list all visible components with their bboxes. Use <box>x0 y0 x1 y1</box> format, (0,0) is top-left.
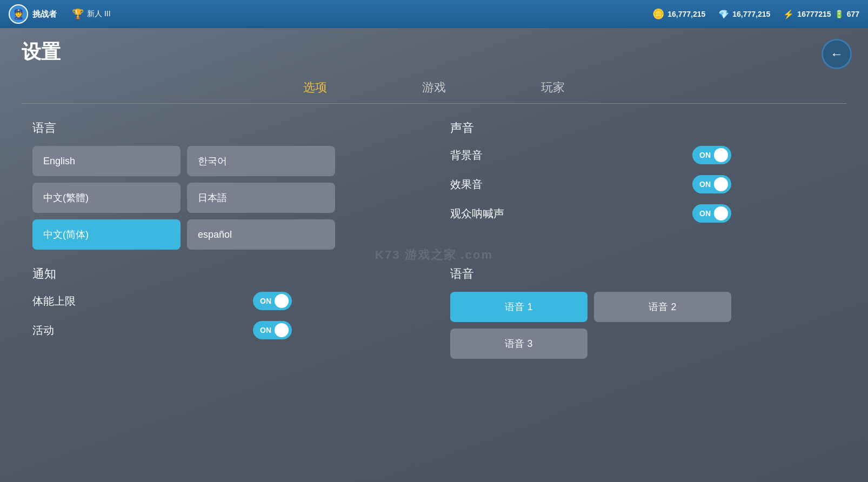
lang-simplified-chinese[interactable]: 中文(简体) <box>32 219 181 250</box>
diamond-display: 💎 16,777,215 <box>718 9 770 19</box>
voice-3-btn[interactable]: 语音 3 <box>450 329 587 359</box>
lightning-icon: ⚡ <box>783 9 794 19</box>
page-title: 设置 <box>22 39 846 65</box>
sound-section: 声音 背景音 ON 效果音 ON 观众呐喊声 <box>450 120 836 250</box>
voice-section: 语音 语音 1 语音 2 语音 3 <box>450 266 836 359</box>
notif-activity-label: 活动 <box>32 323 54 338</box>
notif-row-activity: 活动 ON <box>32 321 292 339</box>
lang-spanish[interactable]: español <box>187 219 335 250</box>
currency-display: 🪙 16,777,215 💎 16,777,215 ⚡ 16777215 🔋 6… <box>652 8 859 20</box>
lang-english[interactable]: English <box>32 146 181 176</box>
lang-traditional-chinese[interactable]: 中文(繁體) <box>32 183 181 213</box>
voice-1-btn[interactable]: 语音 1 <box>450 292 587 322</box>
main-content: 设置 ← 选项 游戏 玩家 语言 English 한국어 中文(繁體) 日本語 … <box>0 28 868 482</box>
topbar: 👮 挑战者 🏆 新人 III 🪙 16,777,215 💎 16,777,215… <box>0 0 868 28</box>
sound-bg-toggle-text: ON <box>699 151 711 159</box>
notif-stamina-label: 体能上限 <box>32 294 76 309</box>
sound-fx-toggle-knob <box>714 177 728 191</box>
rank-icon: 🏆 <box>72 8 84 20</box>
sound-bg-toggle-knob <box>714 148 728 162</box>
language-section: 语言 English 한국어 中文(繁體) 日本語 中文(简体) español <box>32 120 418 250</box>
lang-korean[interactable]: 한국어 <box>187 146 335 176</box>
tab-game[interactable]: 游戏 <box>375 76 493 99</box>
language-grid: English 한국어 中文(繁體) 日本語 中文(简体) español <box>32 146 335 250</box>
notification-rows: 体能上限 ON 活动 ON <box>32 292 418 339</box>
energy-value: 677 <box>847 10 859 18</box>
notif-stamina-toggle-text: ON <box>260 297 271 305</box>
lightning-value: 16777215 <box>797 10 831 18</box>
language-section-title: 语言 <box>32 120 418 136</box>
notif-activity-toggle-text: ON <box>260 326 271 334</box>
sound-row-bg: 背景音 ON <box>450 146 731 164</box>
sound-fx-toggle[interactable]: ON <box>692 175 731 193</box>
notif-stamina-toggle-knob <box>275 294 289 308</box>
settings-grid: 语言 English 한국어 中文(繁體) 日本語 中文(简体) español… <box>22 120 846 359</box>
sound-crowd-toggle[interactable]: ON <box>692 204 731 223</box>
sound-rows: 背景音 ON 效果音 ON 观众呐喊声 ON <box>450 146 836 223</box>
coin-icon: 🪙 <box>652 8 664 20</box>
sound-bg-label: 背景音 <box>450 148 483 163</box>
coin-display: 🪙 16,777,215 <box>652 8 705 20</box>
avatar: 👮 <box>9 4 28 24</box>
notif-activity-toggle[interactable]: ON <box>253 321 292 339</box>
sound-fx-label: 效果音 <box>450 177 483 192</box>
sound-fx-toggle-text: ON <box>699 180 711 189</box>
notification-section-title: 通知 <box>32 266 418 282</box>
notif-stamina-toggle[interactable]: ON <box>253 292 292 310</box>
player-name: 挑战者 <box>32 9 57 19</box>
sound-row-crowd: 观众呐喊声 ON <box>450 204 731 223</box>
lang-japanese[interactable]: 日本語 <box>187 183 335 213</box>
sound-row-fx: 效果音 ON <box>450 175 731 193</box>
voice-section-title: 语音 <box>450 266 836 282</box>
notif-activity-toggle-knob <box>275 323 289 337</box>
sound-crowd-toggle-knob <box>714 206 728 220</box>
sound-crowd-toggle-text: ON <box>699 209 711 218</box>
sound-bg-toggle[interactable]: ON <box>692 146 731 164</box>
coin-value: 16,777,215 <box>667 10 705 18</box>
tabs: 选项 游戏 玩家 <box>22 76 846 104</box>
diamond-value: 16,777,215 <box>732 10 770 18</box>
sound-section-title: 声音 <box>450 120 836 136</box>
voice-grid: 语音 1 语音 2 语音 3 <box>450 292 731 359</box>
back-button[interactable]: ← <box>822 39 852 69</box>
notification-section: 通知 体能上限 ON 活动 ON <box>32 266 418 359</box>
tab-options[interactable]: 选项 <box>256 76 375 99</box>
rank-text: 新人 III <box>87 9 111 19</box>
energy-icon: 🔋 <box>834 10 844 18</box>
voice-2-btn[interactable]: 语音 2 <box>594 292 731 322</box>
diamond-icon: 💎 <box>718 9 729 19</box>
sound-crowd-label: 观众呐喊声 <box>450 206 504 221</box>
notif-row-stamina: 体能上限 ON <box>32 292 292 310</box>
lightning-display: ⚡ 16777215 🔋 677 <box>783 9 859 19</box>
rank-badge: 🏆 新人 III <box>72 8 111 20</box>
player-info: 👮 挑战者 🏆 新人 III <box>9 4 111 24</box>
tab-player[interactable]: 玩家 <box>493 76 612 99</box>
